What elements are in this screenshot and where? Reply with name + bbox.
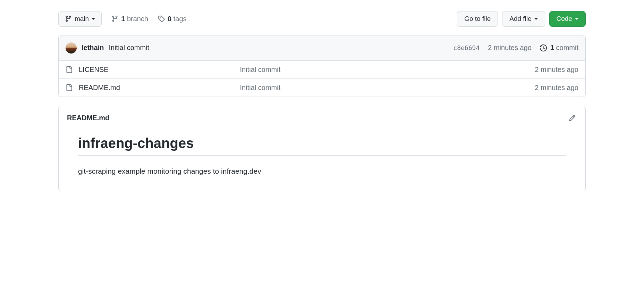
file-list: LICENSE Initial commit 2 minutes ago REA… (58, 61, 586, 97)
file-name-link[interactable]: LICENSE (79, 66, 109, 74)
edit-readme-button[interactable] (567, 113, 577, 123)
commit-author-link[interactable]: lethain (82, 44, 104, 52)
branch-select-button[interactable]: main (58, 11, 102, 27)
pencil-icon (569, 115, 576, 122)
branch-icon (65, 15, 72, 22)
caret-down-icon (534, 18, 538, 20)
commit-message-link[interactable]: Initial commit (109, 44, 149, 52)
tags-link[interactable]: 0 tags (158, 15, 187, 23)
file-time: 2 minutes ago (476, 66, 578, 74)
readme-box: README.md infraeng-changes git-scraping … (58, 107, 586, 191)
commit-sha[interactable]: c8e6694 (453, 44, 480, 51)
file-icon (66, 66, 73, 73)
file-time: 2 minutes ago (476, 84, 578, 92)
avatar[interactable] (66, 42, 77, 54)
branches-link[interactable]: 1 branch (111, 15, 148, 23)
file-commit-message[interactable]: Initial commit (240, 84, 476, 92)
go-to-file-button[interactable]: Go to file (457, 11, 498, 27)
readme-heading: infraeng-changes (78, 135, 566, 156)
branch-current-name: main (75, 14, 89, 24)
commit-time: 2 minutes ago (488, 44, 532, 52)
branch-icon (111, 15, 118, 22)
tag-icon (158, 15, 165, 22)
repo-toolbar: main 1 branch 0 tags Go to file (58, 11, 586, 27)
add-file-button[interactable]: Add file (502, 11, 545, 27)
code-button[interactable]: Code (549, 11, 586, 27)
caret-down-icon (92, 18, 95, 20)
file-row: README.md Initial commit 2 minutes ago (59, 79, 585, 97)
commits-link[interactable]: 1 commit (540, 44, 578, 52)
file-icon (66, 84, 73, 91)
readme-paragraph: git-scraping example monitoring changes … (78, 165, 566, 177)
file-name-link[interactable]: README.md (79, 84, 120, 92)
file-row: LICENSE Initial commit 2 minutes ago (59, 61, 585, 79)
caret-down-icon (575, 18, 578, 20)
file-commit-message[interactable]: Initial commit (240, 66, 476, 74)
latest-commit-bar: lethain Initial commit c8e6694 2 minutes… (58, 35, 586, 61)
readme-filename[interactable]: README.md (67, 114, 109, 122)
history-icon (540, 44, 547, 51)
